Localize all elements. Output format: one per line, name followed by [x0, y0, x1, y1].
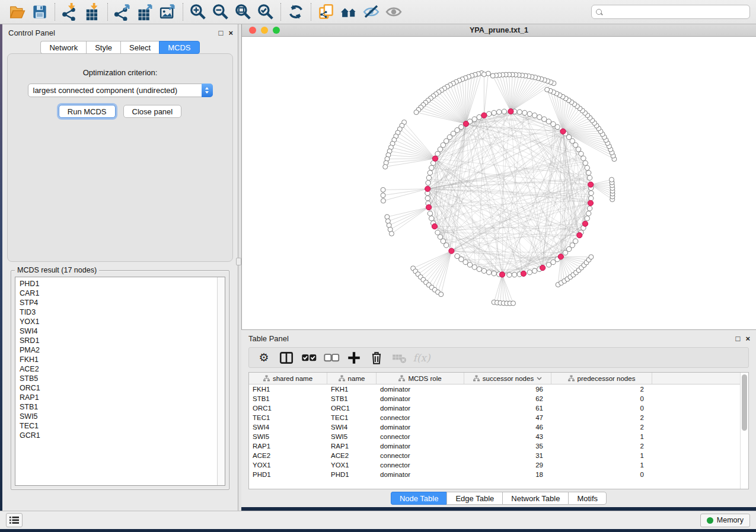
zoom-fit-icon[interactable] [232, 2, 254, 22]
gear-icon[interactable]: ⚙ [254, 349, 274, 367]
float-panel-icon[interactable]: □ [219, 29, 224, 37]
table-row[interactable]: SWI5SWI5connector431 [249, 432, 740, 441]
tab-network[interactable]: Network [40, 41, 86, 54]
mcds-result-item[interactable]: CAR1 [20, 289, 217, 298]
network-from-selection-icon[interactable] [315, 2, 337, 22]
delete-icon[interactable] [366, 349, 387, 367]
table-row[interactable]: ORC1ORC1dominator610 [249, 403, 740, 413]
mcds-result-item[interactable]: SWI5 [20, 412, 217, 421]
mcds-result-item[interactable]: YOX1 [20, 317, 217, 326]
export-network-icon[interactable] [111, 2, 134, 22]
close-panel-button[interactable]: Close panel [123, 105, 182, 118]
table-cell: 1 [551, 451, 652, 460]
mcds-result-scrollbar[interactable] [217, 277, 225, 485]
panel-splitter[interactable] [238, 24, 241, 511]
tab-mcds[interactable]: MCDS [159, 41, 199, 54]
table-row[interactable]: STB1STB1dominator620 [249, 394, 740, 403]
table-cell: SWI4 [249, 422, 327, 432]
add-icon[interactable] [344, 349, 364, 367]
hide-selected-icon[interactable] [360, 2, 382, 22]
table-row[interactable]: SWI4SWI4dominator462 [249, 422, 740, 432]
import-table-icon[interactable] [81, 2, 104, 22]
toolbar-separator [280, 3, 281, 21]
table-row[interactable]: TEC1TEC1connector472 [249, 413, 740, 422]
export-image-icon[interactable] [157, 2, 179, 22]
table-cell: 0 [551, 394, 652, 403]
float-table-panel-icon[interactable]: □ [736, 335, 741, 342]
column-header-name[interactable]: name [327, 373, 377, 384]
splitter-handle-icon[interactable] [236, 258, 241, 265]
table-cell: 0 [551, 403, 652, 413]
status-list-button[interactable] [6, 513, 23, 527]
table-scrollbar[interactable] [740, 373, 748, 489]
mcds-result-item[interactable]: STB5 [20, 374, 217, 383]
table-row[interactable]: RAP1RAP1dominator352 [249, 441, 740, 451]
first-neighbors-icon[interactable] [337, 2, 360, 22]
zoom-selected-icon[interactable] [254, 2, 277, 22]
tab-select[interactable]: Select [120, 41, 159, 54]
table-cell: dominator [377, 384, 464, 394]
network-canvas[interactable] [242, 37, 756, 329]
tab-motifs[interactable]: Motifs [568, 492, 607, 505]
import-network-icon[interactable] [59, 2, 81, 22]
mcds-result-item[interactable]: ACE2 [20, 364, 217, 374]
mcds-result-item[interactable]: PMA2 [20, 345, 217, 355]
close-panel-icon[interactable]: × [228, 29, 233, 37]
mcds-result-item[interactable]: SWI4 [20, 326, 217, 336]
open-session-icon[interactable] [6, 2, 28, 22]
close-table-panel-icon[interactable]: × [745, 335, 750, 342]
column-header-successor-nodes[interactable]: successor nodes [464, 373, 551, 384]
zoom-in-icon[interactable] [187, 2, 209, 22]
tab-node-table[interactable]: Node Table [391, 492, 447, 505]
table-cell: ACE2 [327, 451, 377, 460]
export-table-icon[interactable] [134, 2, 157, 22]
mcds-result-item[interactable]: STB1 [20, 402, 217, 412]
tab-network-table[interactable]: Network Table [502, 492, 568, 505]
table-row[interactable]: FKH1FKH1dominator962 [249, 384, 740, 394]
main-toolbar [0, 0, 756, 24]
control-panel-tabs: NetworkStyleSelectMCDS [2, 41, 238, 54]
tab-style[interactable]: Style [86, 41, 120, 54]
mcds-result-item[interactable]: TEC1 [20, 421, 217, 431]
table-cell: YOX1 [327, 460, 377, 470]
table-row[interactable]: PHD1PHD1dominator180 [249, 470, 740, 479]
apply-layout-icon[interactable] [285, 2, 307, 22]
zoom-out-icon[interactable] [209, 2, 232, 22]
table-row[interactable]: YOX1YOX1connector291 [249, 460, 740, 470]
table-cell: dominator [377, 470, 464, 479]
table-scrollbar-thumb[interactable] [742, 374, 747, 431]
table-cell: connector [377, 460, 464, 470]
run-mcds-button[interactable]: Run MCDS [59, 105, 116, 118]
column-header-MCDS-role[interactable]: MCDS role [377, 373, 464, 384]
optimization-criterion-dropdown[interactable]: largest connected component (undirected) [28, 84, 213, 97]
table-cell: RAP1 [249, 441, 327, 451]
column-header-predecessor-nodes[interactable]: predecessor nodes [551, 373, 652, 384]
network-graph[interactable] [242, 37, 756, 329]
save-session-icon[interactable] [28, 2, 51, 22]
mcds-result-item[interactable]: STP4 [20, 298, 217, 307]
mcds-result-item[interactable]: PHD1 [20, 279, 217, 289]
mcds-result-item[interactable]: RAP1 [20, 393, 217, 402]
mcds-result-item[interactable]: TID3 [20, 307, 217, 317]
memory-button[interactable]: Memory [700, 514, 750, 527]
memory-status-icon [707, 517, 713, 524]
table-cell: 0 [551, 470, 652, 479]
mcds-result-item[interactable]: SRD1 [20, 336, 217, 345]
table-cell: SWI5 [327, 432, 377, 441]
table-row[interactable]: ACE2ACE2connector311 [249, 451, 740, 460]
mcds-result-item[interactable]: GCR1 [20, 431, 217, 440]
table-cell: connector [377, 413, 464, 422]
search-input[interactable] [591, 5, 750, 19]
mcds-result-item[interactable]: ORC1 [20, 383, 217, 393]
column-header-shared-name[interactable]: shared name [249, 373, 327, 384]
deselect-all-icon[interactable] [321, 349, 342, 367]
memory-label: Memory [717, 516, 744, 524]
show-all-icon[interactable] [382, 2, 405, 22]
select-all-icon[interactable] [299, 349, 319, 367]
delete-table-icon[interactable] [389, 349, 409, 367]
mcds-result-item[interactable]: FKH1 [20, 355, 217, 364]
tab-edge-table[interactable]: Edge Table [446, 492, 502, 505]
table-panel: Table Panel □ × ⚙f(x) shared namenameMCD… [241, 329, 756, 507]
function-builder-icon[interactable]: f(x) [412, 349, 432, 367]
columns-icon[interactable] [276, 349, 296, 367]
